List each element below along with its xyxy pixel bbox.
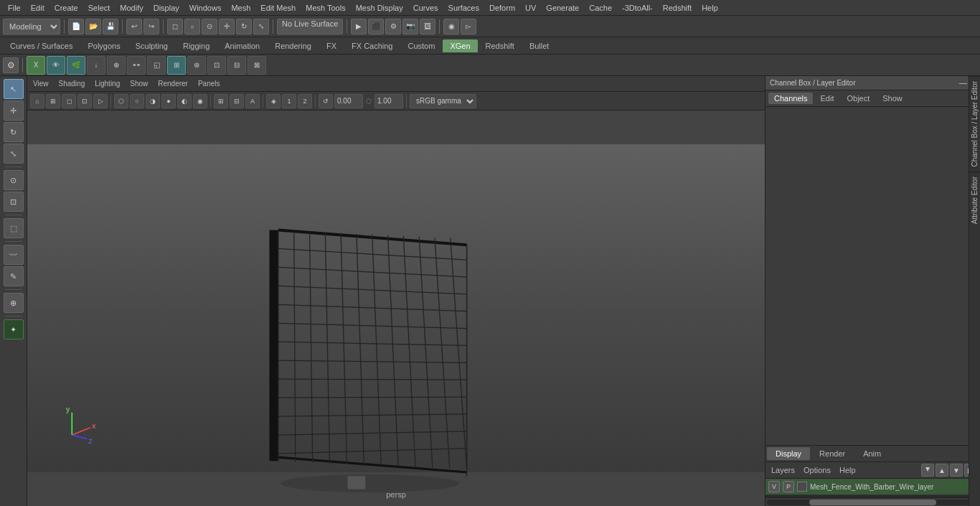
tab-sculpting[interactable]: Sculpting (128, 39, 175, 52)
le-menu-options[interactable]: Options (801, 464, 834, 476)
shelf-xgen-10[interactable]: ⊡ (207, 56, 226, 75)
ipr-btn[interactable]: ⬛ (368, 19, 384, 34)
vp-menu-shading[interactable]: Shading (56, 80, 88, 88)
menu-select[interactable]: Select (83, 2, 116, 14)
vp-grid-toggle[interactable]: ⊞ (214, 94, 228, 108)
rotate-btn[interactable]: ↻ (236, 19, 252, 34)
tab-animation[interactable]: Animation (217, 39, 267, 52)
vp-playblast[interactable]: ▷ (93, 94, 108, 108)
channel-tab-object[interactable]: Object (841, 93, 875, 104)
soft-select-btn[interactable]: ⊙ (4, 170, 24, 190)
paint-btn[interactable]: ⊙ (202, 19, 217, 34)
shelf-xgen-1[interactable]: X (27, 56, 45, 75)
shelf-xgen-3[interactable]: 🌿 (67, 56, 85, 75)
le-new-layer-btn[interactable]: ▲ (936, 464, 948, 477)
paint2-btn[interactable]: ✎ (4, 266, 24, 286)
shelf-xgen-5[interactable]: ⊕ (107, 56, 126, 75)
shelf-xgen-7[interactable]: ◱ (147, 56, 166, 75)
select-tool-btn[interactable]: ↖ (4, 79, 24, 99)
tab-fx[interactable]: FX (319, 39, 344, 52)
vp-cam-home[interactable]: ⌂ (30, 94, 44, 108)
menu-mesh-display[interactable]: Mesh Display (351, 2, 408, 14)
xgen-tools-btn[interactable]: ◉ (443, 19, 459, 34)
vp-cam-sel[interactable]: ◻ (62, 94, 76, 108)
tab-rigging[interactable]: Rigging (176, 39, 217, 52)
menu-edit-mesh[interactable]: Edit Mesh (255, 2, 301, 14)
layer-vis-v[interactable]: V (768, 481, 780, 492)
tab-curves-surfaces[interactable]: Curves / Surfaces (3, 39, 80, 52)
save-file-btn[interactable]: 💾 (103, 19, 118, 34)
vp-shade3[interactable]: ◐ (177, 94, 192, 108)
side-tab-channel-box[interactable]: Channel Box / Layer Editor (969, 76, 980, 172)
channel-tab-channels[interactable]: Channels (768, 93, 813, 104)
render-view-btn[interactable]: 🖼 (420, 19, 435, 34)
layer-scrollbar[interactable] (765, 497, 980, 506)
vp-snap-grid[interactable]: ⊡ (77, 94, 92, 108)
shelf-gear-btn[interactable]: ⚙ (3, 57, 19, 73)
le-menu-layers[interactable]: Layers (768, 464, 798, 476)
tab-custom[interactable]: Custom (401, 39, 443, 52)
vp-menu-view[interactable]: View (30, 80, 52, 88)
le-tab-display[interactable]: Display (767, 447, 810, 460)
menu-surfaces[interactable]: Surfaces (443, 2, 484, 14)
shelf-xgen-8[interactable]: ⊞ (167, 56, 186, 75)
open-file-btn[interactable]: 📂 (85, 19, 101, 34)
vp-aa[interactable]: A (245, 94, 260, 108)
xgen-icon-btn[interactable]: ✦ (4, 319, 24, 339)
menu-curves[interactable]: Curves (408, 2, 443, 14)
move-tool-btn[interactable]: ✛ (4, 100, 24, 121)
layer-color-swatch[interactable] (797, 482, 807, 492)
render-btn[interactable]: ▶ (351, 19, 367, 34)
vp-shade4[interactable]: ◉ (193, 94, 207, 108)
vp-menu-renderer[interactable]: Renderer (155, 80, 191, 88)
mode-dropdown[interactable]: Modeling (3, 19, 60, 34)
show-manip-btn[interactable]: ⊕ (4, 293, 24, 313)
menu-display[interactable]: Display (149, 2, 184, 14)
vp-menu-lighting[interactable]: Lighting (92, 80, 123, 88)
tab-bullet[interactable]: Bullet (522, 39, 557, 52)
menu-uv[interactable]: UV (520, 2, 541, 14)
tab-redshift[interactable]: Redshift (479, 39, 522, 52)
xgen-btn2[interactable]: ▻ (461, 19, 476, 34)
render-settings-btn[interactable]: ⚙ (385, 19, 401, 34)
scale-tool-btn[interactable]: ⤡ (4, 144, 24, 164)
le-add-layer-btn[interactable]: ▲ (921, 464, 934, 477)
le-tab-anim[interactable]: Anim (854, 447, 890, 460)
sculpt-btn[interactable]: 〰 (4, 245, 24, 265)
layer-vis-p[interactable]: P (783, 481, 794, 492)
menu-deform[interactable]: Deform (484, 2, 520, 14)
rotate-tool-btn[interactable]: ↻ (4, 122, 24, 142)
menu-help[interactable]: Help (697, 2, 723, 14)
live-surface-btn[interactable]: No Live Surface (277, 19, 343, 34)
shelf-xgen-2[interactable]: 👁 (47, 56, 65, 75)
redo-btn[interactable]: ↪ (143, 19, 159, 34)
snap-btn[interactable]: ⊡ (4, 192, 24, 212)
le-menu-help[interactable]: Help (837, 464, 859, 476)
lasso-btn[interactable]: ⬦ (184, 19, 200, 34)
shelf-xgen-6[interactable]: 👓 (127, 56, 146, 75)
scale-btn[interactable]: ⤡ (253, 19, 269, 34)
layer-scroll-track[interactable] (767, 500, 979, 505)
vp-menu-panels[interactable]: Panels (195, 80, 223, 88)
le-del-layer-btn[interactable]: ▼ (950, 464, 963, 477)
menu-modify[interactable]: Modify (115, 2, 148, 14)
channel-tab-edit[interactable]: Edit (814, 93, 839, 104)
shelf-xgen-12[interactable]: ⊠ (248, 56, 266, 75)
menu-windows[interactable]: Windows (184, 2, 227, 14)
menu-mesh-tools[interactable]: Mesh Tools (301, 2, 350, 14)
tab-fx-caching[interactable]: FX Caching (344, 39, 400, 52)
shelf-xgen-9[interactable]: ⊛ (187, 56, 206, 75)
menu-cache[interactable]: Cache (584, 2, 617, 14)
tab-rendering[interactable]: Rendering (268, 39, 319, 52)
menu-redshift[interactable]: Redshift (658, 2, 697, 14)
vp-cam-fit[interactable]: ⊞ (46, 94, 60, 108)
menu-generate[interactable]: Generate (541, 2, 584, 14)
vp-menu-show[interactable]: Show (127, 80, 151, 88)
tab-polygons[interactable]: Polygons (80, 39, 127, 52)
menu-file[interactable]: File (3, 2, 26, 14)
vp-res1[interactable]: 1 (282, 94, 296, 108)
vp-shade2[interactable]: ● (161, 94, 176, 108)
vp-isolate[interactable]: ◈ (266, 94, 281, 108)
menu-edit[interactable]: Edit (26, 2, 50, 14)
move-btn[interactable]: ✛ (219, 19, 235, 34)
